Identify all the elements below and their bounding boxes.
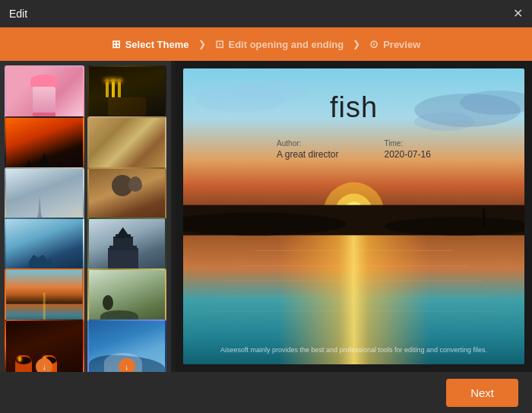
step-preview-label: Preview bbox=[383, 39, 420, 50]
preview-title: fish bbox=[330, 91, 378, 124]
preview-meta: Author: A great director Time: 2020-07-1… bbox=[277, 139, 431, 160]
thumbnail-panel: ↓ ↓ bbox=[0, 61, 171, 372]
step-edit-opening[interactable]: ⊡ Edit opening and ending bbox=[215, 38, 344, 50]
time-col: Time: 2020-07-16 bbox=[384, 139, 430, 160]
main-content: ↓ ↓ bbox=[0, 61, 532, 372]
dialog-title: Edit bbox=[9, 8, 27, 20]
step-edit-label: Edit opening and ending bbox=[229, 39, 344, 50]
bottom-bar: Next bbox=[0, 372, 532, 413]
step-nav: ⊞ Select Theme ❯ ⊡ Edit opening and endi… bbox=[0, 27, 532, 61]
next-button[interactable]: Next bbox=[446, 379, 518, 407]
preview-footer: Aiseesoft mainly provides the best and p… bbox=[183, 346, 524, 354]
step-select-theme[interactable]: ⊞ Select Theme bbox=[112, 38, 189, 50]
step-preview[interactable]: ⊙ Preview bbox=[369, 38, 420, 50]
thumbnail-11[interactable]: ↓ bbox=[5, 319, 84, 372]
theme-icon: ⊞ bbox=[112, 38, 121, 50]
thumbnail-12[interactable]: ↓ bbox=[87, 319, 167, 372]
time-label: Time: bbox=[384, 139, 403, 148]
edit-icon: ⊡ bbox=[215, 38, 224, 50]
step-theme-label: Select Theme bbox=[125, 39, 189, 50]
preview-overlay: fish Author: A great director Time: 2020… bbox=[183, 68, 524, 364]
preview-panel: fish Author: A great director Time: 2020… bbox=[176, 61, 532, 372]
author-value: A great director bbox=[277, 149, 338, 160]
step-arrow-2: ❯ bbox=[353, 39, 360, 49]
time-value: 2020-07-16 bbox=[384, 149, 430, 160]
close-button[interactable]: ✕ bbox=[513, 8, 523, 20]
download-overlay-12[interactable]: ↓ bbox=[119, 358, 135, 372]
download-overlay-11[interactable]: ↓ bbox=[36, 358, 52, 372]
author-label: Author: bbox=[277, 139, 301, 148]
title-bar: Edit ✕ bbox=[0, 0, 532, 27]
preview-icon: ⊙ bbox=[369, 38, 378, 50]
preview-card: fish Author: A great director Time: 2020… bbox=[183, 68, 524, 364]
step-arrow-1: ❯ bbox=[198, 39, 206, 49]
author-col: Author: A great director bbox=[277, 139, 338, 160]
